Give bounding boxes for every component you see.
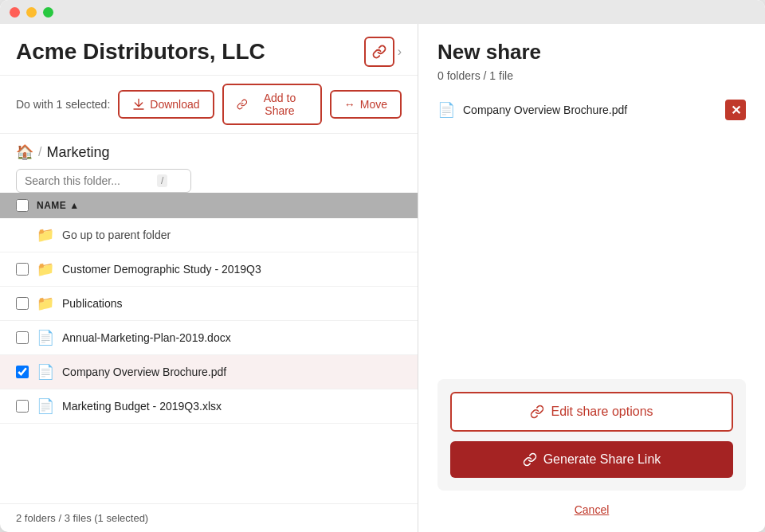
table-row[interactable]: 📁 Customer Demographic Study - 2019Q3 bbox=[0, 252, 418, 287]
file-name: Publications bbox=[62, 297, 123, 310]
toolbar-label: Do with 1 selected: bbox=[16, 98, 110, 111]
folder-icon: 📁 bbox=[37, 295, 54, 312]
share-count: 0 folders / 1 file bbox=[437, 69, 746, 82]
download-label: Download bbox=[150, 98, 199, 111]
select-all-checkbox[interactable] bbox=[16, 199, 29, 212]
doc-icon: 📄 bbox=[37, 363, 54, 381]
chevron-icon: › bbox=[398, 45, 402, 59]
edit-share-label: Edit share options bbox=[551, 405, 653, 419]
share-file-doc-icon: 📄 bbox=[437, 101, 455, 119]
content-area: Acme Distributors, LLC › Do with 1 selec… bbox=[0, 24, 765, 532]
table-row[interactable]: 📁 Publications bbox=[0, 287, 418, 321]
move-label: Move bbox=[360, 98, 387, 111]
share-panel: New share 0 folders / 1 file 📄 Company O… bbox=[418, 24, 765, 532]
nav-area: 🏠 / Marketing bbox=[0, 134, 418, 161]
row-checkbox[interactable] bbox=[16, 297, 29, 310]
file-name: Marketing Budget - 2019Q3.xlsx bbox=[62, 400, 222, 413]
table-row[interactable]: 📄 Marketing Budget - 2019Q3.xlsx bbox=[0, 389, 418, 424]
row-checkbox[interactable] bbox=[16, 400, 29, 413]
folder-icon: 📁 bbox=[37, 260, 54, 278]
row-checkbox[interactable] bbox=[16, 366, 29, 378]
home-icon[interactable]: 🏠 bbox=[16, 143, 33, 161]
close-button[interactable] bbox=[10, 7, 20, 18]
share-icon-button[interactable] bbox=[364, 37, 394, 67]
doc-icon: 📄 bbox=[37, 329, 54, 346]
header-icons: › bbox=[364, 37, 402, 67]
status-bar: 2 folders / 3 files (1 selected) bbox=[0, 503, 418, 532]
status-text: 2 folders / 3 files (1 selected) bbox=[16, 512, 148, 524]
file-name: Go up to parent folder bbox=[62, 229, 171, 241]
sort-arrow-icon: ▲ bbox=[69, 200, 79, 211]
download-button[interactable]: Download bbox=[118, 90, 214, 119]
add-to-share-button[interactable]: Add to Share bbox=[222, 84, 322, 125]
add-to-share-label: Add to Share bbox=[252, 92, 308, 117]
search-wrap: / bbox=[16, 169, 191, 193]
share-file-item: 📄 Company Overview Brochure.pdf ✕ bbox=[437, 95, 746, 125]
row-checkbox[interactable] bbox=[16, 331, 29, 344]
toolbar: Do with 1 selected: Download Add to Shar… bbox=[0, 76, 418, 134]
move-icon: ↔ bbox=[344, 98, 355, 111]
app-title: Acme Distributors, LLC bbox=[16, 39, 265, 65]
breadcrumb: 🏠 / Marketing bbox=[16, 143, 109, 161]
row-checkbox[interactable] bbox=[16, 263, 29, 276]
breadcrumb-sep: / bbox=[38, 145, 41, 159]
share-file-name: Company Overview Brochure.pdf bbox=[463, 104, 717, 116]
share-title: New share bbox=[437, 40, 746, 65]
table-row[interactable]: 📄 Annual-Marketing-Plan-2019.docx bbox=[0, 321, 418, 355]
file-name: Company Overview Brochure.pdf bbox=[62, 366, 226, 378]
generate-share-label: Generate Share Link bbox=[543, 452, 661, 467]
maximize-button[interactable] bbox=[43, 7, 53, 18]
table-row[interactable]: 📄 Company Overview Brochure.pdf bbox=[0, 355, 418, 389]
breadcrumb-folder: Marketing bbox=[46, 144, 109, 161]
left-panel: Acme Distributors, LLC › Do with 1 selec… bbox=[0, 24, 418, 532]
edit-share-button[interactable]: Edit share options bbox=[450, 392, 733, 432]
go-up-icon: 📁 bbox=[37, 226, 54, 244]
main-window: Acme Distributors, LLC › Do with 1 selec… bbox=[0, 0, 765, 532]
search-input[interactable] bbox=[25, 174, 152, 187]
app-header: Acme Distributors, LLC › bbox=[0, 24, 418, 76]
col-name-header: NAME ▲ bbox=[37, 200, 80, 211]
search-row: / bbox=[0, 161, 418, 193]
table-header: NAME ▲ bbox=[0, 193, 418, 218]
doc-icon: 📄 bbox=[37, 397, 54, 415]
minimize-button[interactable] bbox=[26, 7, 37, 18]
file-name: Customer Demographic Study - 2019Q3 bbox=[62, 263, 261, 276]
search-slash-icon: / bbox=[157, 174, 167, 187]
file-table: 📁 Go up to parent folder 📁 Customer Demo… bbox=[0, 218, 418, 503]
cancel-link[interactable]: Cancel bbox=[437, 503, 746, 516]
action-card: Edit share options Generate Share Link bbox=[437, 379, 746, 491]
file-name: Annual-Marketing-Plan-2019.docx bbox=[62, 331, 231, 344]
remove-file-button[interactable]: ✕ bbox=[725, 100, 746, 120]
table-row[interactable]: 📁 Go up to parent folder bbox=[0, 218, 418, 252]
titlebar bbox=[0, 0, 765, 24]
generate-share-button[interactable]: Generate Share Link bbox=[450, 441, 733, 478]
move-button[interactable]: ↔ Move bbox=[330, 90, 402, 119]
